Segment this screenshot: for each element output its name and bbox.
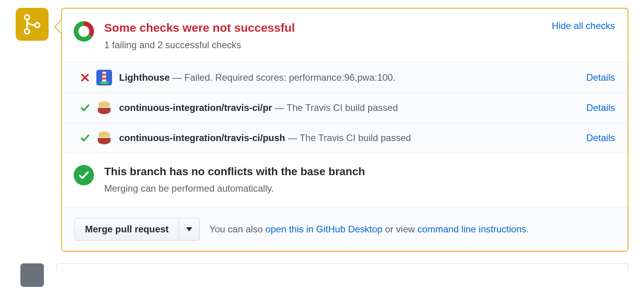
merge-dropdown-button[interactable] [179, 218, 200, 241]
travis-avatar-icon [96, 100, 112, 116]
check-context: continuous-integration/travis-ci/pr [119, 102, 272, 113]
command-line-instructions-link[interactable]: command line instructions [418, 224, 526, 234]
checks-donut-icon [74, 21, 94, 42]
check-context: continuous-integration/travis-ci/push [119, 132, 285, 143]
conflict-status-title: This branch has no conflicts with the ba… [104, 163, 365, 180]
checks-status-title: Some checks were not successful [104, 19, 544, 36]
check-row: continuous-integration/travis-ci/pr — Th… [62, 92, 628, 123]
success-check-icon [74, 165, 94, 185]
check-context: Lighthouse [119, 72, 170, 83]
lighthouse-avatar-icon [96, 70, 112, 85]
git-merge-icon [23, 13, 41, 35]
merge-status-badge [16, 8, 49, 41]
caret-down-icon [186, 227, 192, 231]
check-description: The Travis CI build passed [287, 102, 398, 113]
check-details-link[interactable]: Details [586, 131, 615, 145]
check-row: continuous-integration/travis-ci/push — … [62, 123, 628, 153]
check-icon [80, 103, 90, 112]
check-description: The Travis CI build passed [300, 132, 411, 143]
check-details-link[interactable]: Details [586, 71, 615, 85]
check-details-link[interactable]: Details [586, 101, 615, 115]
checks-status-subtitle: 1 failing and 2 successful checks [104, 38, 544, 52]
check-icon [80, 133, 90, 143]
merge-hint-text: You can also open this in GitHub Desktop… [209, 222, 529, 236]
check-row: Lighthouse — Failed. Required scores: pe… [62, 63, 628, 92]
check-description: Failed. Required scores: performance:96,… [185, 72, 396, 83]
checks-list: Lighthouse — Failed. Required scores: pe… [62, 62, 628, 153]
x-icon [80, 73, 90, 82]
open-in-desktop-link[interactable]: open this in GitHub Desktop [266, 224, 383, 234]
merge-panel: Some checks were not successful 1 failin… [61, 8, 628, 252]
travis-avatar-icon [96, 130, 112, 146]
merge-pull-request-button[interactable]: Merge pull request [74, 218, 179, 241]
conflict-status-subtitle: Merging can be performed automatically. [104, 181, 365, 196]
comment-box-top[interactable] [56, 263, 628, 271]
hide-all-checks-link[interactable]: Hide all checks [552, 19, 615, 33]
user-avatar [20, 263, 44, 287]
